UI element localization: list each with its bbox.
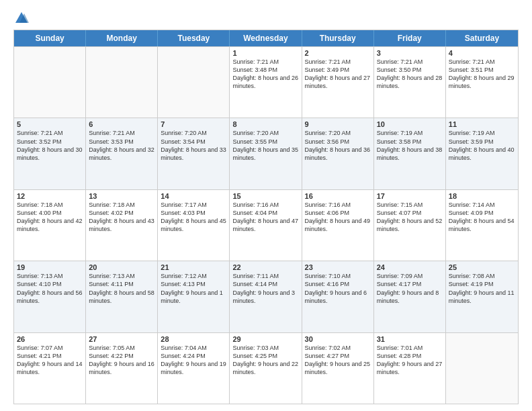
day-info: Sunrise: 7:21 AM Sunset: 3:49 PM Dayligh… [305,58,371,91]
cal-cell-14: 14Sunrise: 7:17 AM Sunset: 4:03 PM Dayli… [158,190,230,261]
day-info: Sunrise: 7:14 AM Sunset: 4:09 PM Dayligh… [449,201,515,234]
day-number: 20 [89,263,154,271]
cal-cell-11: 11Sunrise: 7:19 AM Sunset: 3:59 PM Dayli… [446,118,518,189]
day-number: 8 [232,120,298,128]
cal-cell-9: 9Sunrise: 7:20 AM Sunset: 3:56 PM Daylig… [302,118,374,189]
cal-cell-30: 30Sunrise: 7:02 AM Sunset: 4:27 PM Dayli… [302,333,374,404]
cal-cell-24: 24Sunrise: 7:09 AM Sunset: 4:17 PM Dayli… [374,261,446,332]
day-number: 19 [17,263,83,271]
day-number: 1 [232,49,298,57]
cal-cell-29: 29Sunrise: 7:03 AM Sunset: 4:25 PM Dayli… [230,333,302,404]
day-number: 15 [232,192,298,200]
day-number: 3 [377,49,443,57]
day-number: 28 [161,335,226,343]
cal-cell-2: 2Sunrise: 7:21 AM Sunset: 3:49 PM Daylig… [302,47,374,118]
day-header-tuesday: Tuesday [158,30,230,46]
page: SundayMondayTuesdayWednesdayThursdayFrid… [0,0,532,411]
day-info: Sunrise: 7:10 AM Sunset: 4:16 PM Dayligh… [305,272,371,305]
day-header-wednesday: Wednesday [230,30,302,46]
cal-cell-25: 25Sunrise: 7:08 AM Sunset: 4:19 PM Dayli… [446,261,518,332]
day-header-saturday: Saturday [446,30,518,46]
cal-cell-17: 17Sunrise: 7:15 AM Sunset: 4:07 PM Dayli… [374,190,446,261]
day-number: 31 [377,335,443,343]
day-number: 22 [232,263,298,271]
day-number: 21 [161,263,226,271]
calendar: SundayMondayTuesdayWednesdayThursdayFrid… [13,30,519,404]
day-info: Sunrise: 7:20 AM Sunset: 3:56 PM Dayligh… [305,129,371,162]
day-info: Sunrise: 7:13 AM Sunset: 4:11 PM Dayligh… [89,272,154,305]
day-info: Sunrise: 7:17 AM Sunset: 4:03 PM Dayligh… [161,201,226,234]
cal-cell-empty [14,47,86,118]
day-info: Sunrise: 7:09 AM Sunset: 4:17 PM Dayligh… [377,272,443,305]
cal-cell-8: 8Sunrise: 7:20 AM Sunset: 3:55 PM Daylig… [230,118,302,189]
header [13,11,519,26]
cal-cell-16: 16Sunrise: 7:16 AM Sunset: 4:06 PM Dayli… [302,190,374,261]
cal-cell-18: 18Sunrise: 7:14 AM Sunset: 4:09 PM Dayli… [446,190,518,261]
calendar-body: 1Sunrise: 7:21 AM Sunset: 3:48 PM Daylig… [14,46,518,404]
day-header-sunday: Sunday [14,30,86,46]
day-number: 26 [17,335,83,343]
day-info: Sunrise: 7:20 AM Sunset: 3:54 PM Dayligh… [161,129,226,162]
day-info: Sunrise: 7:02 AM Sunset: 4:27 PM Dayligh… [305,344,371,377]
cal-cell-10: 10Sunrise: 7:19 AM Sunset: 3:58 PM Dayli… [374,118,446,189]
cal-cell-empty [446,333,518,404]
cal-cell-1: 1Sunrise: 7:21 AM Sunset: 3:48 PM Daylig… [230,47,302,118]
day-number: 9 [305,120,371,128]
cal-row-2: 12Sunrise: 7:18 AM Sunset: 4:00 PM Dayli… [14,189,518,261]
cal-cell-4: 4Sunrise: 7:21 AM Sunset: 3:51 PM Daylig… [446,47,518,118]
cal-cell-empty [158,47,230,118]
day-info: Sunrise: 7:13 AM Sunset: 4:10 PM Dayligh… [17,272,83,305]
day-info: Sunrise: 7:08 AM Sunset: 4:19 PM Dayligh… [449,272,515,305]
cal-row-4: 26Sunrise: 7:07 AM Sunset: 4:21 PM Dayli… [14,332,518,404]
day-number: 7 [161,120,226,128]
day-number: 25 [449,263,515,271]
cal-cell-3: 3Sunrise: 7:21 AM Sunset: 3:50 PM Daylig… [374,47,446,118]
cal-cell-5: 5Sunrise: 7:21 AM Sunset: 3:52 PM Daylig… [14,118,86,189]
cal-cell-20: 20Sunrise: 7:13 AM Sunset: 4:11 PM Dayli… [86,261,158,332]
day-info: Sunrise: 7:11 AM Sunset: 4:14 PM Dayligh… [232,272,298,305]
day-number: 17 [377,192,443,200]
cal-cell-23: 23Sunrise: 7:10 AM Sunset: 4:16 PM Dayli… [302,261,374,332]
cal-cell-31: 31Sunrise: 7:01 AM Sunset: 4:28 PM Dayli… [374,333,446,404]
day-info: Sunrise: 7:21 AM Sunset: 3:52 PM Dayligh… [17,129,83,162]
cal-cell-26: 26Sunrise: 7:07 AM Sunset: 4:21 PM Dayli… [14,333,86,404]
day-number: 6 [89,120,154,128]
day-number: 13 [89,192,154,200]
day-info: Sunrise: 7:21 AM Sunset: 3:53 PM Dayligh… [89,129,154,162]
cal-cell-22: 22Sunrise: 7:11 AM Sunset: 4:14 PM Dayli… [230,261,302,332]
day-number: 11 [449,120,515,128]
cal-cell-13: 13Sunrise: 7:18 AM Sunset: 4:02 PM Dayli… [86,190,158,261]
cal-row-3: 19Sunrise: 7:13 AM Sunset: 4:10 PM Dayli… [14,261,518,332]
day-info: Sunrise: 7:18 AM Sunset: 4:00 PM Dayligh… [17,201,83,234]
day-number: 23 [305,263,371,271]
day-info: Sunrise: 7:19 AM Sunset: 3:59 PM Dayligh… [449,129,515,162]
cal-cell-28: 28Sunrise: 7:04 AM Sunset: 4:24 PM Dayli… [158,333,230,404]
day-info: Sunrise: 7:21 AM Sunset: 3:48 PM Dayligh… [232,58,298,91]
day-number: 2 [305,49,371,57]
cal-row-1: 5Sunrise: 7:21 AM Sunset: 3:52 PM Daylig… [14,118,518,189]
cal-cell-19: 19Sunrise: 7:13 AM Sunset: 4:10 PM Dayli… [14,261,86,332]
day-info: Sunrise: 7:19 AM Sunset: 3:58 PM Dayligh… [377,129,443,162]
day-header-monday: Monday [86,30,158,46]
day-number: 18 [449,192,515,200]
day-info: Sunrise: 7:03 AM Sunset: 4:25 PM Dayligh… [232,344,298,377]
day-info: Sunrise: 7:18 AM Sunset: 4:02 PM Dayligh… [89,201,154,234]
day-info: Sunrise: 7:01 AM Sunset: 4:28 PM Dayligh… [377,344,443,377]
day-info: Sunrise: 7:16 AM Sunset: 4:06 PM Dayligh… [305,201,371,234]
cal-cell-15: 15Sunrise: 7:16 AM Sunset: 4:04 PM Dayli… [230,190,302,261]
day-info: Sunrise: 7:21 AM Sunset: 3:51 PM Dayligh… [449,58,515,91]
cal-cell-12: 12Sunrise: 7:18 AM Sunset: 4:00 PM Dayli… [14,190,86,261]
day-header-thursday: Thursday [302,30,374,46]
cal-cell-6: 6Sunrise: 7:21 AM Sunset: 3:53 PM Daylig… [86,118,158,189]
day-info: Sunrise: 7:16 AM Sunset: 4:04 PM Dayligh… [232,201,298,234]
day-info: Sunrise: 7:04 AM Sunset: 4:24 PM Dayligh… [161,344,226,377]
calendar-header-row: SundayMondayTuesdayWednesdayThursdayFrid… [14,30,518,46]
cal-cell-21: 21Sunrise: 7:12 AM Sunset: 4:13 PM Dayli… [158,261,230,332]
day-info: Sunrise: 7:15 AM Sunset: 4:07 PM Dayligh… [377,201,443,234]
day-header-friday: Friday [374,30,446,46]
day-info: Sunrise: 7:07 AM Sunset: 4:21 PM Dayligh… [17,344,83,377]
day-info: Sunrise: 7:12 AM Sunset: 4:13 PM Dayligh… [161,272,226,305]
cal-cell-empty [86,47,158,118]
day-number: 12 [17,192,83,200]
cal-row-0: 1Sunrise: 7:21 AM Sunset: 3:48 PM Daylig… [14,46,518,118]
